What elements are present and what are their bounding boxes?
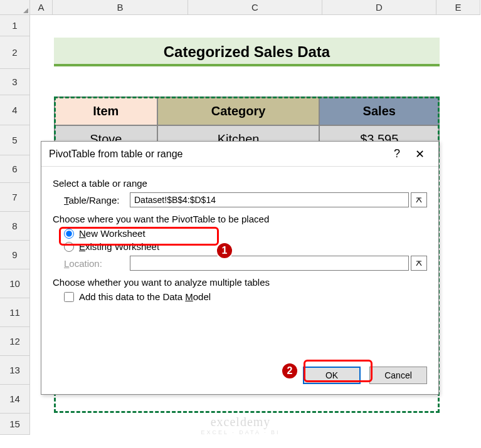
col-header-sales: Sales [319,97,439,125]
row-header-11[interactable]: 11 [0,298,30,327]
section-select-range: Select a table or range [53,178,427,189]
radio-existing-worksheet[interactable] [64,242,74,252]
section-multiple-tables: Choose whether you want to analyze multi… [53,277,427,288]
dialog-title: PivotTable from table or range [49,148,386,160]
table-range-label: Table/Range: [64,195,130,206]
column-header-E[interactable]: E [436,0,480,15]
collapse-icon [415,196,423,204]
column-header-C[interactable]: C [188,0,322,15]
row-header-1[interactable]: 1 [0,15,30,36]
radio-existing-worksheet-label: Existing Worksheet [79,241,159,252]
row-header-6[interactable]: 6 [0,155,30,183]
ok-button[interactable]: OK [303,367,361,384]
select-all-corner[interactable] [0,0,30,15]
location-label: Location: [64,258,130,269]
column-headers: ABCDE [30,0,481,15]
column-header-A[interactable]: A [30,0,53,15]
table-range-input[interactable] [130,192,409,207]
checkbox-data-model-label: Add this data to the Data Model [79,291,211,302]
row-header-12[interactable]: 12 [0,327,30,356]
collapse-location-button[interactable] [411,256,427,271]
column-header-B[interactable]: B [53,0,188,15]
close-button[interactable]: ✕ [408,143,431,165]
row-header-10[interactable]: 10 [0,269,30,298]
row-header-9[interactable]: 9 [0,241,30,269]
row-header-14[interactable]: 14 [0,385,30,414]
pivottable-dialog: PivotTable from table or range ? ✕ Selec… [41,141,439,395]
row-header-4[interactable]: 4 [0,95,30,125]
location-input[interactable] [130,256,409,271]
radio-new-worksheet-label: New Worksheet [79,228,145,239]
checkbox-data-model[interactable] [64,292,74,302]
cancel-button[interactable]: Cancel [369,367,427,384]
collapse-icon [415,259,423,267]
help-button[interactable]: ? [386,143,408,165]
dialog-body: Select a table or range Table/Range: Cho… [41,167,438,312]
radio-new-worksheet[interactable] [64,229,74,239]
row-header-2[interactable]: 2 [0,36,30,69]
col-header-item: Item [55,97,157,125]
column-header-D[interactable]: D [322,0,436,15]
row-header-13[interactable]: 13 [0,356,30,385]
dialog-button-row: OK Cancel [303,367,427,384]
row-headers: 123456789101112131415 [0,15,30,435]
section-placement: Choose where you want the PivotTable to … [53,214,427,224]
dialog-titlebar: PivotTable from table or range ? ✕ [41,142,438,167]
row-header-15[interactable]: 15 [0,414,30,435]
row-header-5[interactable]: 5 [0,125,30,155]
col-header-category: Category [157,97,320,125]
row-header-8[interactable]: 8 [0,212,30,241]
row-header-7[interactable]: 7 [0,183,30,212]
page-title: Categorized Sales Data [54,38,440,66]
collapse-range-button[interactable] [411,192,427,207]
row-header-3[interactable]: 3 [0,69,30,95]
annotation-callout-2: 2 [281,362,299,380]
